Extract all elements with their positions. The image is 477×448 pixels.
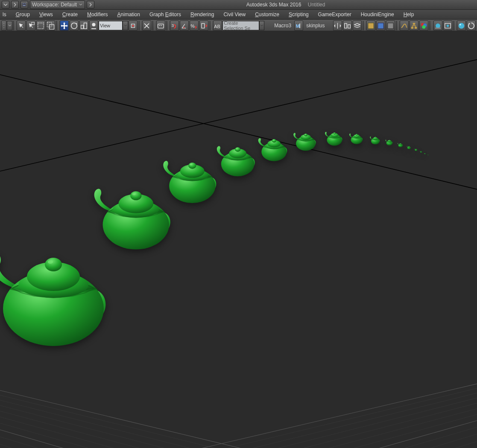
layers-button[interactable] — [353, 20, 362, 31]
window-crossing-button[interactable] — [46, 20, 55, 31]
toolbar-sep — [152, 21, 155, 30]
svg-point-196 — [45, 258, 62, 271]
svg-text:%: % — [190, 23, 195, 28]
workspace-label-text: Workspace: — [32, 2, 59, 8]
select-manipulate-button[interactable] — [142, 20, 151, 31]
selection-set-dropdown[interactable] — [259, 21, 264, 30]
crease-explorer-button[interactable] — [386, 20, 395, 31]
svg-point-173 — [272, 140, 274, 140]
menu-bar: lsGroupViewsCreateModifiersAnimationGrap… — [0, 10, 477, 20]
align-button[interactable] — [343, 20, 352, 31]
toolbar-dropdown[interactable] — [7, 21, 12, 30]
mirror-button[interactable] — [333, 20, 342, 31]
named-selection-set[interactable]: Create Selection Se — [222, 21, 259, 30]
reference-coord-system[interactable]: View — [99, 21, 123, 30]
angle-snap-button[interactable] — [180, 20, 189, 31]
toolbar-sep — [454, 21, 456, 30]
svg-point-172 — [272, 139, 276, 143]
title-text-area: Autodesk 3ds Max 2016 Untitled — [96, 2, 475, 8]
svg-point-13 — [92, 23, 96, 26]
render-iterative-button[interactable] — [467, 20, 476, 31]
svg-point-197 — [48, 260, 53, 264]
svg-point-35 — [436, 23, 440, 28]
menu-views[interactable]: Views — [39, 12, 53, 17]
svg-rect-28 — [388, 23, 394, 29]
menu-animation[interactable]: Animation — [117, 12, 140, 17]
svg-point-179 — [236, 148, 237, 149]
svg-point-15 — [132, 25, 134, 26]
menu-customize[interactable]: Customize — [255, 12, 279, 17]
select-region-rect-button[interactable] — [36, 20, 45, 31]
svg-rect-18 — [161, 25, 162, 26]
svg-point-185 — [190, 164, 192, 166]
svg-point-154 — [356, 134, 358, 136]
skinplus-label[interactable]: skinplus — [306, 23, 325, 29]
svg-point-161 — [334, 133, 334, 133]
svg-rect-27 — [378, 23, 384, 29]
svg-point-166 — [304, 134, 307, 136]
render-production-button[interactable] — [457, 20, 466, 31]
svg-rect-11 — [81, 25, 83, 29]
schematic-view-button[interactable] — [410, 20, 418, 31]
toolbar-grip[interactable] — [1, 20, 6, 31]
percent-snap-button[interactable]: % — [190, 20, 199, 31]
refsys-dropdown[interactable] — [123, 21, 128, 30]
render-frame-button[interactable] — [443, 20, 452, 31]
workspace-more-button[interactable] — [87, 1, 94, 9]
app-title: Autodesk 3ds Max 2016 — [246, 2, 301, 8]
svg-rect-21 — [202, 23, 205, 28]
toolbar-sep — [363, 21, 365, 30]
toolbar-sep — [430, 21, 432, 30]
layer-explorer-button[interactable] — [376, 20, 385, 31]
menu-houdini[interactable]: HoudiniEngine — [361, 12, 394, 17]
keyboard-shortcut-button[interactable] — [156, 20, 165, 31]
svg-point-155 — [356, 134, 357, 135]
menu-modifiers[interactable]: Modifiers — [87, 12, 108, 17]
svg-rect-26 — [368, 23, 374, 29]
workspace-selector[interactable]: Workspace: Default — [30, 0, 85, 9]
workspace-value-text: Default — [61, 2, 77, 8]
material-editor-button[interactable] — [419, 20, 428, 31]
app-menu-button[interactable] — [2, 1, 9, 9]
menu-scripting[interactable]: Scripting — [289, 12, 309, 17]
svg-point-38 — [446, 24, 448, 26]
svg-rect-25 — [348, 24, 350, 28]
select-object-button[interactable] — [17, 20, 26, 31]
svg-rect-12 — [84, 23, 87, 29]
select-move-button[interactable] — [60, 20, 69, 31]
macroscript-button[interactable]: M — [294, 20, 303, 31]
pivot-center-button[interactable] — [129, 20, 138, 31]
workspace-icon[interactable] — [20, 1, 28, 9]
selection-set-value: Create Selection Se — [224, 20, 258, 31]
menu-rendering[interactable]: Rendering — [190, 12, 214, 17]
spinner-snap-button[interactable] — [199, 20, 208, 31]
select-name-button[interactable] — [26, 20, 35, 31]
menu-civil[interactable]: Civil View — [223, 12, 246, 17]
snap-toggle-button[interactable]: 3 — [170, 20, 179, 31]
toolbar-sep — [56, 21, 59, 30]
svg-point-39 — [459, 23, 465, 29]
menu-tools[interactable]: ls — [3, 12, 6, 17]
curve-editor-button[interactable] — [400, 20, 409, 31]
svg-point-130 — [409, 146, 409, 147]
svg-rect-29 — [413, 23, 415, 24]
macro-label[interactable]: Macro3 — [274, 23, 291, 29]
svg-rect-16 — [158, 24, 164, 28]
edit-named-sel-button[interactable]: AB — [213, 20, 222, 31]
select-place-button[interactable] — [89, 20, 98, 31]
select-rotate-button[interactable] — [70, 20, 79, 31]
svg-point-191 — [132, 193, 136, 195]
render-setup-button[interactable] — [433, 20, 442, 31]
viewport-perspective[interactable] — [0, 31, 477, 448]
select-scale-button[interactable] — [79, 20, 88, 31]
main-toolbar: View 3 % AB Create Selection Se Macro3 M… — [0, 20, 477, 32]
menu-gameexp[interactable]: GameExporter — [318, 12, 351, 17]
menu-help[interactable]: Help — [404, 12, 414, 17]
menu-group[interactable]: Group — [16, 12, 30, 17]
menu-graph[interactable]: Graph Editors — [149, 12, 181, 17]
toolbar-sep — [13, 21, 15, 30]
qat-chevron[interactable] — [11, 1, 19, 9]
scene-explorer-button[interactable] — [366, 20, 375, 31]
title-bar: Workspace: Default Autodesk 3ds Max 2016… — [0, 0, 477, 10]
menu-create[interactable]: Create — [62, 12, 78, 17]
